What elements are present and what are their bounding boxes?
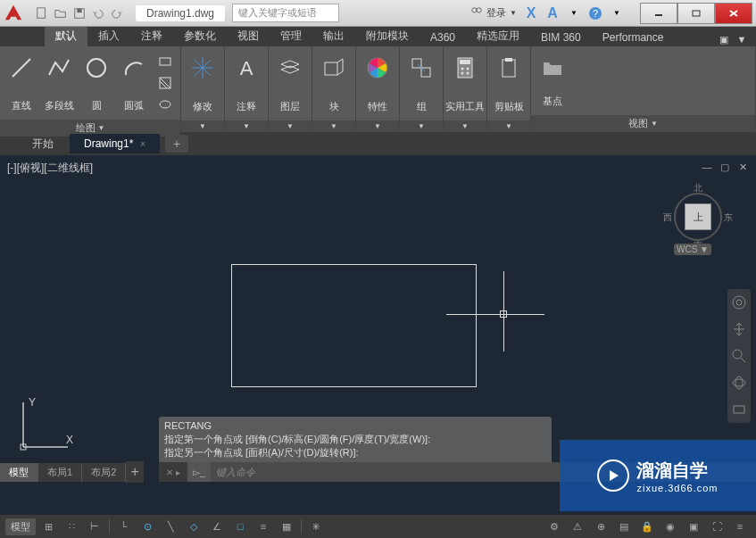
help-arrow-icon[interactable]: ▼ xyxy=(610,6,624,21)
tab-extra-icon[interactable]: ▣ xyxy=(717,32,731,46)
svg-point-44 xyxy=(733,379,745,386)
viewcube-face[interactable]: 上 xyxy=(685,203,711,230)
undo-icon[interactable] xyxy=(90,5,106,21)
tab-collapse-icon[interactable]: ▼ xyxy=(735,32,749,46)
modify-button[interactable]: 修改 xyxy=(185,50,220,117)
polyline-button[interactable]: 多段线 xyxy=(41,50,77,116)
utilities-button[interactable]: 实用工具 xyxy=(447,50,483,117)
svg-point-41 xyxy=(736,300,742,305)
minimize-button[interactable] xyxy=(640,3,677,24)
lock-ui-icon[interactable]: 🔒 xyxy=(636,517,658,535)
nav-orbit-icon[interactable] xyxy=(731,375,747,391)
layout-tab-model[interactable]: 模型 xyxy=(0,463,38,482)
anno-monitor-icon[interactable]: ⚠ xyxy=(567,517,588,535)
hatch-icon[interactable] xyxy=(155,73,175,93)
tab-parametric[interactable]: 参数化 xyxy=(173,26,227,46)
nav-pan-icon[interactable] xyxy=(731,321,747,337)
layout-add-button[interactable]: + xyxy=(126,461,144,483)
cmd-prompt-icon[interactable]: ▻_ xyxy=(187,462,211,482)
layout-tab-2[interactable]: 布局2 xyxy=(82,463,126,482)
viewcube[interactable]: 上 北 西 东 南 WCS ▼ xyxy=(667,182,729,253)
maximize-button[interactable] xyxy=(677,3,715,24)
drawing-viewport[interactable]: [-][俯视][二维线框] — ▢ ✕ YX 上 北 西 东 南 WCS ▼ R… xyxy=(0,155,756,482)
help-dropdown-icon[interactable]: ▼ xyxy=(567,6,581,21)
cmd-handle-icon[interactable]: ✕ ▸ xyxy=(159,462,187,482)
redo-icon[interactable] xyxy=(109,5,125,21)
layer-button[interactable]: 图层 xyxy=(272,50,308,117)
line-button[interactable]: 直线 xyxy=(4,50,39,116)
vp-maximize-icon[interactable]: ▢ xyxy=(719,161,731,173)
workspace-icon[interactable]: ⚙ xyxy=(544,517,565,535)
drawn-rectangle[interactable] xyxy=(231,264,477,387)
svg-rect-2 xyxy=(77,8,81,12)
status-model-label[interactable]: 模型 xyxy=(5,518,36,535)
exchange-icon[interactable]: X xyxy=(524,6,538,21)
search-input[interactable]: 键入关键字或短语 xyxy=(232,4,339,22)
grid-icon[interactable]: ⊞ xyxy=(37,517,59,535)
add-tab-button[interactable]: + xyxy=(165,135,188,153)
polyline-icon xyxy=(46,54,71,82)
tab-addins[interactable]: 附加模块 xyxy=(355,26,420,46)
viewport-label[interactable]: [-][俯视][二维线框] xyxy=(7,161,93,176)
iso-icon[interactable]: ╲ xyxy=(160,517,181,535)
annotate-button[interactable]: A注释 xyxy=(228,50,264,117)
nav-wheel-icon[interactable] xyxy=(731,294,747,310)
tab-output[interactable]: 输出 xyxy=(312,26,355,46)
vp-close-icon[interactable]: ✕ xyxy=(736,161,749,173)
tab-insert[interactable]: 插入 xyxy=(87,26,130,46)
pick-box xyxy=(500,310,507,318)
clean-icon[interactable]: ⛶ xyxy=(706,517,727,535)
wcs-label[interactable]: WCS ▼ xyxy=(674,244,711,255)
help-icon[interactable]: ? xyxy=(588,6,602,21)
tab-a360[interactable]: A360 xyxy=(420,29,466,46)
block-button[interactable]: 块 xyxy=(316,50,352,117)
tab-manage[interactable]: 管理 xyxy=(270,26,312,46)
save-icon[interactable] xyxy=(71,5,87,21)
file-tab-start[interactable]: 开始 xyxy=(18,133,68,155)
nav-showmotion-icon[interactable] xyxy=(731,401,747,418)
snap-icon[interactable]: ∷ xyxy=(61,517,82,535)
circle-button[interactable]: 圆 xyxy=(79,50,114,116)
group-button[interactable]: 组 xyxy=(403,50,439,117)
units-icon[interactable]: ⊕ xyxy=(590,517,611,535)
quickprops-icon[interactable]: ▤ xyxy=(613,517,635,535)
panel-view-label[interactable]: 视图▼ xyxy=(531,115,755,132)
new-icon[interactable] xyxy=(34,5,50,21)
osnap-icon[interactable]: ◇ xyxy=(183,517,204,535)
base-button[interactable]: 基点 xyxy=(535,50,570,112)
close-button[interactable] xyxy=(715,3,752,24)
rectangle-icon[interactable] xyxy=(155,52,175,71)
transparency-icon[interactable]: ▦ xyxy=(276,517,297,535)
polar-icon[interactable]: ⊙ xyxy=(137,517,158,535)
hardware-icon[interactable]: ▣ xyxy=(683,517,704,535)
vp-minimize-icon[interactable]: — xyxy=(701,161,713,173)
file-tab-drawing[interactable]: Drawing1*× xyxy=(70,134,160,153)
sc-icon[interactable]: ⛯ xyxy=(305,517,327,535)
infer-icon[interactable]: ⊢ xyxy=(84,517,105,535)
tab-bim360[interactable]: BIM 360 xyxy=(530,29,592,46)
layout-tab-1[interactable]: 布局1 xyxy=(38,463,82,482)
crosshair-horizontal xyxy=(446,314,544,315)
tab-performance[interactable]: Performance xyxy=(592,29,675,46)
app-logo[interactable] xyxy=(0,0,27,27)
lineweight-icon[interactable]: ≡ xyxy=(253,517,274,535)
tab-default[interactable]: 默认 xyxy=(45,26,87,46)
customize-icon[interactable]: ≡ xyxy=(729,517,751,535)
clipboard-button[interactable]: 剪贴板 xyxy=(491,50,527,117)
tab-view[interactable]: 视图 xyxy=(227,26,270,46)
ellipse-icon[interactable] xyxy=(155,95,175,114)
tab-featured[interactable]: 精选应用 xyxy=(466,26,530,46)
3dosnap-icon[interactable]: ∠ xyxy=(206,517,228,535)
properties-button[interactable]: 特性 xyxy=(360,50,395,117)
isolate-icon[interactable]: ◉ xyxy=(660,517,681,535)
open-icon[interactable] xyxy=(53,5,69,21)
app-icon2[interactable]: A xyxy=(545,6,560,21)
nav-zoom-icon[interactable] xyxy=(731,348,747,364)
ortho-icon[interactable]: └ xyxy=(113,517,135,535)
login-button[interactable]: 登录 ▼ xyxy=(470,6,517,21)
arc-button[interactable]: 圆弧 xyxy=(116,50,152,116)
tab-annotate[interactable]: 注释 xyxy=(130,26,173,46)
ucs-icon[interactable]: YX xyxy=(14,393,77,459)
otrack-icon[interactable]: □ xyxy=(229,517,251,535)
close-icon[interactable]: × xyxy=(140,139,145,149)
